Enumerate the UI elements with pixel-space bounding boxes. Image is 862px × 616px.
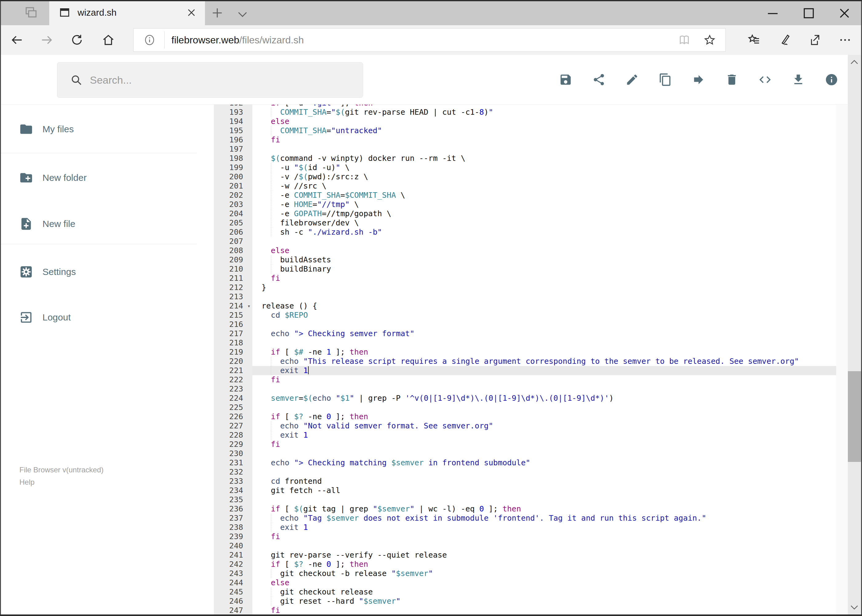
code-line[interactable]: 192 if [ -d ".git" ]; then bbox=[214, 105, 836, 108]
code-line[interactable]: 224 semver=$(echo "$1" | grep -P '^v(0|[… bbox=[214, 394, 836, 403]
code-line[interactable]: 197 bbox=[214, 145, 836, 154]
site-info-icon[interactable] bbox=[143, 34, 156, 46]
code-line[interactable]: 216 bbox=[214, 320, 836, 329]
code-line[interactable]: 217 echo "> Checking semver format" bbox=[214, 329, 836, 338]
code-line-text[interactable]: COMMIT_SHA="$(git rev-parse HEAD | cut -… bbox=[252, 108, 836, 117]
code-line[interactable]: 225 bbox=[214, 403, 836, 412]
code-line-text[interactable]: exit 1 bbox=[252, 431, 836, 440]
code-line[interactable]: 231 echo "> Checking matching $semver in… bbox=[214, 458, 836, 467]
code-line[interactable]: 212} bbox=[214, 283, 836, 292]
hub-favorites-icon[interactable] bbox=[747, 33, 761, 47]
code-line-text[interactable]: buildAssets bbox=[252, 255, 836, 264]
favorite-star-icon[interactable] bbox=[703, 33, 716, 46]
code-line[interactable]: 219 if [ $# -ne 1 ]; then bbox=[214, 347, 836, 357]
code-line[interactable]: 208 else bbox=[214, 246, 836, 255]
home-icon[interactable] bbox=[102, 33, 115, 47]
code-line[interactable]: 202 -e COMMIT_SHA=$COMMIT_SHA \ bbox=[214, 191, 836, 200]
code-line[interactable]: 218 bbox=[214, 338, 836, 347]
code-line-text[interactable]: git checkout release bbox=[252, 588, 836, 597]
code-line-text[interactable] bbox=[252, 403, 836, 412]
code-line-text[interactable]: git rev-parse --verify --quiet release bbox=[252, 550, 836, 560]
code-button[interactable] bbox=[758, 73, 772, 86]
code-line[interactable]: 223 bbox=[214, 384, 836, 394]
code-line-text[interactable]: exit 1 bbox=[252, 523, 836, 532]
code-line[interactable]: 245 git checkout release bbox=[214, 588, 836, 597]
code-line-text[interactable]: if [ $(git tag | grep "$semver" | wc -l)… bbox=[252, 504, 836, 514]
close-window-button[interactable] bbox=[836, 5, 853, 20]
maximize-button[interactable] bbox=[801, 5, 817, 20]
code-line[interactable]: 198 $(command -v winpty) docker run --rm… bbox=[214, 154, 836, 163]
tab-preview-icon[interactable] bbox=[24, 6, 38, 20]
code-line[interactable]: 215 cd $REPO bbox=[214, 311, 836, 320]
code-line[interactable]: 222 fi bbox=[214, 375, 836, 384]
code-line-text[interactable] bbox=[252, 145, 836, 154]
code-line-text[interactable]: exit 1 bbox=[252, 366, 836, 375]
code-line-text[interactable]: } bbox=[252, 283, 836, 292]
code-line[interactable]: 237 echo "Tag $semver does not exist in … bbox=[214, 514, 836, 523]
code-line-text[interactable] bbox=[252, 384, 836, 394]
code-line[interactable]: 228 exit 1 bbox=[214, 431, 836, 440]
scroll-down-icon[interactable] bbox=[849, 602, 859, 612]
code-line-text[interactable]: git fetch --all bbox=[252, 486, 836, 495]
code-line[interactable]: 247 fi bbox=[214, 606, 836, 615]
code-line[interactable]: 236 if [ $(git tag | grep "$semver" | wc… bbox=[214, 504, 836, 514]
url-bar[interactable]: filebrowser.web/files/wizard.sh bbox=[133, 28, 726, 52]
code-line[interactable]: 196 fi bbox=[214, 135, 836, 145]
code-line-text[interactable]: cd frontend bbox=[252, 477, 836, 486]
code-line[interactable]: 199 -u "$(id -u)" \ bbox=[214, 163, 836, 172]
fold-widget-icon[interactable]: ▾ bbox=[247, 302, 251, 311]
code-line[interactable]: 195 COMMIT_SHA="untracked" bbox=[214, 126, 836, 135]
code-line-text[interactable]: fi bbox=[252, 606, 836, 615]
code-line[interactable]: 201 -w //src \ bbox=[214, 181, 836, 191]
code-line[interactable]: 230 bbox=[214, 449, 836, 458]
sidebar-item-logout[interactable]: Logout bbox=[0, 303, 203, 331]
share-icon[interactable] bbox=[807, 33, 821, 47]
code-line[interactable]: 234 git fetch --all bbox=[214, 486, 836, 495]
scroll-up-icon[interactable] bbox=[849, 57, 859, 67]
code-line[interactable]: 233 cd frontend bbox=[214, 477, 836, 486]
download-button[interactable] bbox=[791, 73, 805, 86]
code-line-text[interactable]: buildBinary bbox=[252, 264, 836, 274]
code-line[interactable]: 211 fi bbox=[214, 274, 836, 283]
code-line-text[interactable]: -e HOME="//tmp" \ bbox=[252, 200, 836, 209]
code-line-text[interactable]: -w //src \ bbox=[252, 181, 836, 191]
code-line[interactable]: 203 -e HOME="//tmp" \ bbox=[214, 200, 836, 209]
code-line-text[interactable] bbox=[252, 320, 836, 329]
search-input[interactable] bbox=[89, 74, 336, 86]
code-editor[interactable]: 192 if [ -d ".git" ]; then193 COMMIT_SHA… bbox=[214, 105, 836, 615]
edit-button[interactable] bbox=[626, 73, 639, 86]
code-line[interactable]: 221 exit 1 bbox=[214, 366, 836, 375]
code-line-text[interactable]: sh -c "./wizard.sh -b" bbox=[252, 228, 836, 237]
more-options-icon[interactable] bbox=[838, 33, 852, 47]
code-line-text[interactable]: if [ $? -ne 0 ]; then bbox=[252, 560, 836, 569]
code-line-text[interactable]: -e COMMIT_SHA=$COMMIT_SHA \ bbox=[252, 191, 836, 200]
code-line[interactable]: 240 bbox=[214, 541, 836, 550]
forward-icon[interactable] bbox=[40, 33, 54, 47]
scrollbar-thumb[interactable] bbox=[848, 371, 861, 462]
code-line-text[interactable]: -e GOPATH=//tmp/gopath \ bbox=[252, 209, 836, 218]
code-line[interactable]: 227 echo "Not valid semver format. See s… bbox=[214, 421, 836, 431]
annotate-pen-icon[interactable] bbox=[778, 33, 791, 47]
code-line[interactable]: 246 git reset --hard "$semver" bbox=[214, 597, 836, 606]
code-line-text[interactable] bbox=[252, 467, 836, 477]
code-line[interactable]: 213 bbox=[214, 292, 836, 302]
code-line-text[interactable] bbox=[252, 449, 836, 458]
code-line-text[interactable]: fi bbox=[252, 375, 836, 384]
copy-button[interactable] bbox=[659, 73, 672, 86]
code-line[interactable]: 209 buildAssets bbox=[214, 255, 836, 264]
code-line-text[interactable]: filebrowser/dev \ bbox=[252, 218, 836, 228]
url-text[interactable]: filebrowser.web/files/wizard.sh bbox=[172, 35, 678, 46]
code-line-text[interactable] bbox=[252, 495, 836, 504]
code-line-text[interactable]: echo "> Checking semver format" bbox=[252, 329, 836, 338]
code-line[interactable]: 207 bbox=[214, 237, 836, 246]
share-button[interactable] bbox=[592, 73, 606, 86]
close-tab-icon[interactable] bbox=[185, 6, 198, 19]
code-line-text[interactable]: else bbox=[252, 246, 836, 255]
code-line-text[interactable]: semver=$(echo "$1" | grep -P '^v(0|[1-9]… bbox=[252, 394, 836, 403]
refresh-icon[interactable] bbox=[70, 33, 84, 47]
save-button[interactable] bbox=[559, 73, 572, 86]
code-line-text[interactable]: else bbox=[252, 117, 836, 126]
delete-button[interactable] bbox=[725, 73, 739, 86]
code-line-text[interactable] bbox=[252, 237, 836, 246]
code-line[interactable]: 226 if [ $? -ne 0 ]; then bbox=[214, 412, 836, 421]
